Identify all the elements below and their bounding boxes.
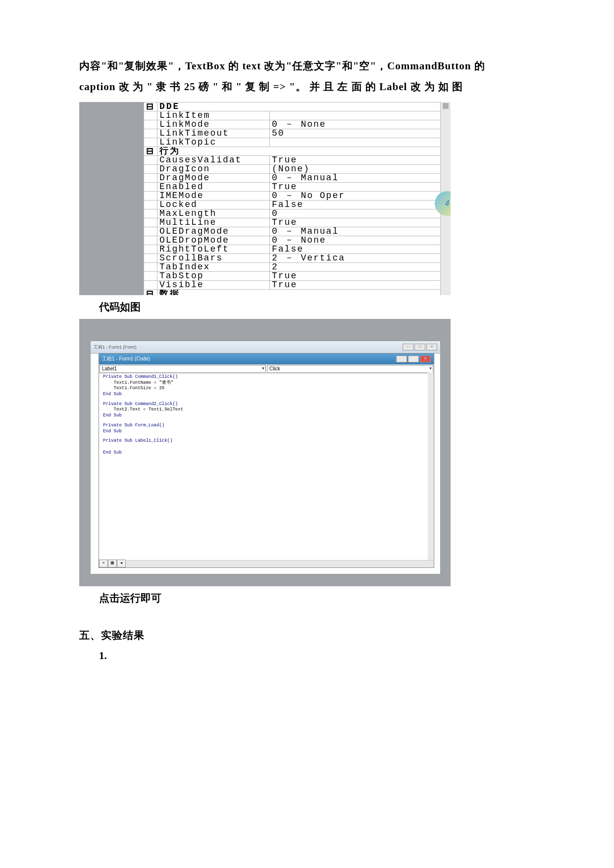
expand-icon[interactable]: ⊟	[144, 102, 157, 111]
property-value[interactable]: True	[270, 218, 441, 227]
property-value[interactable]: True	[270, 156, 441, 165]
minimize-icon[interactable]: –	[403, 344, 413, 351]
property-name: ScrollBars	[157, 254, 270, 263]
property-table: ⊟DDELinkItemLinkMode0 － NoneLinkTimeout5…	[144, 102, 441, 295]
property-value[interactable]	[270, 138, 441, 147]
maximize-icon[interactable]: □	[408, 356, 419, 362]
property-name: LinkTimeout	[157, 129, 270, 138]
expand-icon[interactable]: ⊟	[144, 147, 157, 156]
intro-line-2: caption 改 为 " 隶 书 25 磅 " 和 " 复 制 => "。 并…	[79, 76, 535, 97]
property-value[interactable]: 2	[270, 263, 441, 272]
property-name: DragMode	[157, 174, 270, 183]
section-heading: 五、实验结果	[79, 625, 535, 646]
subheading-code: 代码如图	[99, 300, 535, 314]
view-tab-icon[interactable]: ▦	[108, 560, 117, 567]
property-value[interactable]: 0	[270, 209, 441, 218]
property-name: MultiLine	[157, 218, 270, 227]
property-name: Visible	[157, 281, 270, 290]
property-grid-screenshot: ⊟DDELinkItemLinkMode0 － NoneLinkTimeout5…	[79, 102, 451, 295]
scroll-left-icon[interactable]: ◂	[117, 560, 126, 567]
minimize-icon[interactable]: –	[396, 356, 407, 362]
outer-window-title: 工程1 - Form1 (Form)	[94, 344, 137, 351]
property-name: IMEMode	[157, 192, 270, 201]
property-value[interactable]	[270, 111, 441, 120]
property-name: Locked	[157, 201, 270, 209]
property-name: LinkTopic	[157, 138, 270, 147]
expand-icon[interactable]: ⊟	[144, 290, 157, 296]
intro-line-1: 内容"和"复制效果"，TextBox 的 text 改为"任意文字"和"空"，C…	[79, 55, 535, 76]
object-dropdown[interactable]: Label1	[100, 365, 266, 373]
code-text-area[interactable]: Private Sub Command1_Click() Text1.FontN…	[99, 372, 428, 561]
property-value[interactable]: True	[270, 272, 441, 281]
property-name: TabIndex	[157, 263, 270, 272]
code-block: Private Sub Command1_Click() Text1.FontN…	[103, 374, 424, 398]
property-value[interactable]: 0 － None	[270, 236, 441, 245]
property-name: DragIcon	[157, 165, 270, 174]
property-value[interactable]: 0 － Manual	[270, 174, 441, 183]
property-name: Enabled	[157, 183, 270, 192]
property-name: LinkMode	[157, 120, 270, 129]
category-name: 行为	[157, 147, 441, 156]
property-name: TabStop	[157, 272, 270, 281]
property-value[interactable]: 50	[270, 129, 441, 138]
view-tab-icon[interactable]: ≡	[99, 560, 108, 567]
property-value[interactable]: False	[270, 245, 441, 254]
property-name: CausesValidat	[157, 156, 270, 165]
property-value[interactable]: True	[270, 281, 441, 290]
property-name: OLEDragMode	[157, 227, 270, 236]
category-name: 数据	[157, 290, 441, 296]
category-name: DDE	[157, 102, 441, 111]
property-value[interactable]: True	[270, 183, 441, 192]
property-name: OLEDropMode	[157, 236, 270, 245]
code-block: Private Sub Form_Load() End Sub	[103, 423, 424, 434]
procedure-dropdown[interactable]: Click	[267, 365, 433, 373]
property-value[interactable]: 0 － None	[270, 120, 441, 129]
code-editor-screenshot: 工程1 - Form1 (Form) – □ × 工程1 - Form1 (Co…	[79, 319, 451, 586]
inner-window-title: 工程1 - Form1 (Code)	[102, 356, 150, 362]
property-name: MaxLength	[157, 209, 270, 218]
property-name: LinkItem	[157, 111, 270, 120]
property-value[interactable]: (None)	[270, 165, 441, 174]
code-block: Private Sub Command2_Click() Text2.Text …	[103, 402, 424, 419]
property-value[interactable]: 0 － No Oper	[270, 192, 441, 201]
list-number: 1.	[99, 650, 535, 662]
property-value[interactable]: 2 － Vertica	[270, 254, 441, 263]
maximize-icon[interactable]: □	[414, 344, 425, 351]
property-value[interactable]: False	[270, 201, 441, 209]
subheading-run: 点击运行即可	[99, 591, 535, 605]
scrollbar-horizontal[interactable]: ≡ ▦ ◂	[99, 560, 434, 567]
close-icon[interactable]: ×	[426, 344, 437, 351]
property-name: RightToLeft	[157, 245, 270, 254]
code-block: Private Sub Label1_Click() End Sub	[103, 438, 424, 456]
property-value[interactable]: 0 － Manual	[270, 227, 441, 236]
scrollbar-vertical[interactable]	[428, 372, 434, 561]
close-icon[interactable]: ×	[420, 356, 431, 362]
